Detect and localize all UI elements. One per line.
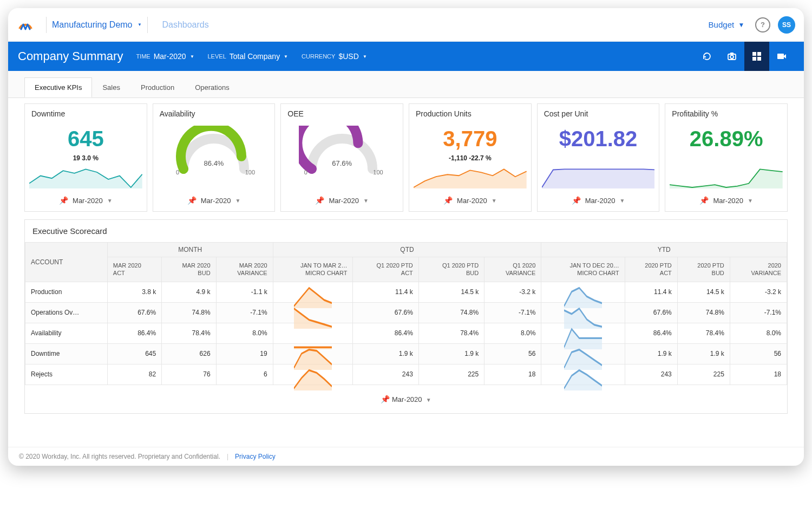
cell: -1.1 k <box>216 282 273 302</box>
cell: 243 <box>625 364 677 385</box>
gauge-value: 67.6% <box>299 159 385 167</box>
kpi-title: Availability <box>153 104 275 120</box>
col-header[interactable]: Q1 2020 PTDACT <box>353 257 418 282</box>
pin-icon: 📌 <box>315 196 324 205</box>
kpi-value: $201.82 <box>559 127 638 151</box>
pin-icon: 📌 <box>699 196 709 205</box>
table-row[interactable]: Operations Ov… 67.6% 74.8% -7.1% 67.6% 7… <box>25 302 787 323</box>
grid-view-button[interactable] <box>744 42 769 71</box>
cell: 1.9 k <box>418 343 484 364</box>
cell: 78.4% <box>677 323 730 343</box>
cell: 82 <box>107 364 161 385</box>
cell: 1.9 k <box>353 343 418 364</box>
tab-production[interactable]: Production <box>130 77 185 97</box>
kpi-period-picker[interactable]: 📌 Mar-2020 ▼ <box>281 191 403 211</box>
svg-rect-3 <box>757 52 761 56</box>
period-label: Mar-2020 <box>329 197 359 205</box>
context-picker[interactable]: Manufacturing Demo <box>52 20 142 30</box>
pin-icon: 📌 <box>381 395 390 403</box>
pin-icon: 📌 <box>59 196 68 205</box>
col-header[interactable]: JAN TO MAR 2…MICRO CHART <box>273 257 353 282</box>
cell: 86.4% <box>353 323 418 343</box>
filter-time[interactable]: TIME Mar-2020 <box>136 52 194 61</box>
budget-picker[interactable]: Budget <box>709 20 745 29</box>
kpi-period-picker[interactable]: 📌 Mar-2020 ▼ <box>409 191 531 211</box>
cell-account: Production <box>25 282 108 302</box>
kpi-card-downtime[interactable]: Downtime 645 19 3.0 % 📌 Mar-2020 ▼ <box>24 103 147 212</box>
pin-icon: 📌 <box>187 196 197 205</box>
col-header[interactable]: MAR 2020BUD <box>162 257 216 282</box>
cell-microchart <box>541 323 625 343</box>
table-row[interactable]: Rejects 82 76 6 243 225 18 243 225 18 <box>25 364 787 385</box>
gauge-value: 86.4% <box>171 159 257 167</box>
period-label: Mar-2020 <box>73 197 103 205</box>
col-header[interactable]: Q1 2020VARIANCE <box>484 257 541 282</box>
kpi-value: 3,779 <box>443 127 497 151</box>
workday-logo <box>17 16 34 34</box>
col-header[interactable]: 2020 PTDBUD <box>677 257 730 282</box>
tab-executive-kpis[interactable]: Executive KPIs <box>24 77 92 97</box>
col-header[interactable]: MAR 2020ACT <box>107 257 161 282</box>
kpi-card-availability[interactable]: Availability 86.4% 0 100 📌 Mar-2020 ▼ <box>153 103 276 212</box>
cell: 18 <box>484 364 541 385</box>
kpi-period-picker[interactable]: 📌 Mar-2020 ▼ <box>538 191 659 211</box>
cell: 1.9 k <box>625 343 677 364</box>
chevron-down-icon: ▼ <box>492 198 497 204</box>
separator <box>147 17 148 33</box>
svg-rect-2 <box>752 52 756 56</box>
snapshot-button[interactable] <box>719 42 744 71</box>
avatar[interactable]: SS <box>778 16 795 34</box>
cell: 74.8% <box>418 302 484 323</box>
cell: 243 <box>353 364 418 385</box>
cell: 3.8 k <box>107 282 161 302</box>
kpi-card-profitability[interactable]: Profitability % 26.89% 📌 Mar-2020 ▼ <box>665 103 788 212</box>
group-month: MONTH <box>107 243 273 257</box>
kpi-value: 645 <box>68 127 104 151</box>
cell: 76 <box>162 364 216 385</box>
kpi-substat: -1,110 -22.7 % <box>449 154 492 162</box>
kpi-period-picker[interactable]: 📌 Mar-2020 ▼ <box>25 191 147 211</box>
help-button[interactable]: ? <box>755 17 770 32</box>
scorecard: Executive Scorecard ACCOUNT MONTH QTD YT… <box>24 219 788 414</box>
kpi-substat: 19 3.0 % <box>73 154 99 162</box>
page-footer: © 2020 Workday, Inc. All rights reserved… <box>8 447 804 466</box>
scorecard-title: Executive Scorecard <box>25 220 787 242</box>
chevron-down-icon <box>283 54 289 60</box>
cell: 645 <box>107 343 161 364</box>
period-label: Mar-2020 <box>713 197 743 205</box>
dashboards-link[interactable]: Dashboards <box>162 20 208 30</box>
table-row[interactable]: Availability 86.4% 78.4% 8.0% 86.4% 78.4… <box>25 323 787 343</box>
cell: 626 <box>162 343 216 364</box>
cell: 56 <box>730 343 787 364</box>
filter-value: Total Company <box>230 52 280 61</box>
cell: 6 <box>216 364 273 385</box>
gauge-min: 0 <box>176 169 179 175</box>
kpi-period-picker[interactable]: 📌 Mar-2020 ▼ <box>665 191 787 211</box>
filter-value: $USD <box>338 52 358 61</box>
kpi-card-production_units[interactable]: Production Units 3,779 -1,110 -22.7 % 📌 … <box>409 103 532 212</box>
refresh-button[interactable] <box>695 42 719 71</box>
scorecard-period-picker[interactable]: 📌 Mar-2020 ▼ <box>25 385 787 413</box>
kpi-card-oee[interactable]: OEE 67.6% 0 100 📌 Mar-2020 ▼ <box>280 103 403 212</box>
filter-level[interactable]: LEVEL Total Company <box>208 52 289 61</box>
col-header[interactable]: Q1 2020 PTDBUD <box>418 257 484 282</box>
col-header[interactable]: MAR 2020VARIANCE <box>216 257 273 282</box>
col-header[interactable]: 2020VARIANCE <box>730 257 787 282</box>
col-header[interactable]: JAN TO DEC 20…MICRO CHART <box>541 257 625 282</box>
cell: 86.4% <box>625 323 677 343</box>
kpi-card-cost_per_unit[interactable]: Cost per Unit $201.82 📌 Mar-2020 ▼ <box>537 103 660 212</box>
filter-label: CURRENCY <box>302 53 335 60</box>
page-header: Company Summary TIME Mar-2020 LEVEL Tota… <box>8 42 804 71</box>
filter-currency[interactable]: CURRENCY $USD <box>302 52 368 61</box>
table-row[interactable]: Downtime 645 626 19 1.9 k 1.9 k 56 1.9 k… <box>25 343 787 364</box>
tab-operations[interactable]: Operations <box>185 77 240 97</box>
table-row[interactable]: Production 3.8 k 4.9 k -1.1 k 11.4 k 14.… <box>25 282 787 302</box>
cell-microchart <box>541 364 625 385</box>
present-button[interactable] <box>769 42 794 71</box>
chevron-down-icon <box>362 54 368 60</box>
kpi-period-picker[interactable]: 📌 Mar-2020 ▼ <box>153 191 275 211</box>
col-header[interactable]: 2020 PTDACT <box>625 257 677 282</box>
tab-sales[interactable]: Sales <box>92 77 130 97</box>
cell: 19 <box>216 343 273 364</box>
privacy-link[interactable]: Privacy Policy <box>235 453 276 460</box>
